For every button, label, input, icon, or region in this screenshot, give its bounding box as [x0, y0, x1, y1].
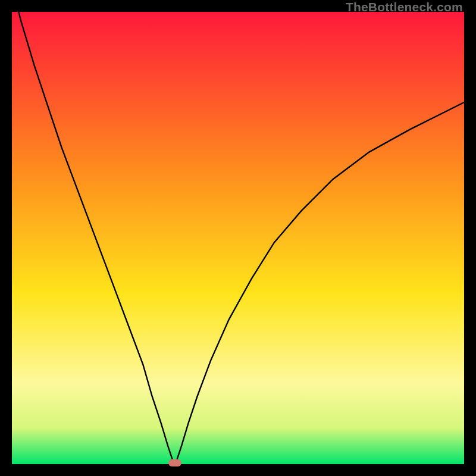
- minimum-marker: [168, 459, 181, 466]
- chart-frame: [12, 12, 464, 464]
- watermark-text: TheBottleneck.com: [346, 0, 463, 14]
- gradient-background: [12, 12, 464, 464]
- bottleneck-chart: [12, 12, 464, 464]
